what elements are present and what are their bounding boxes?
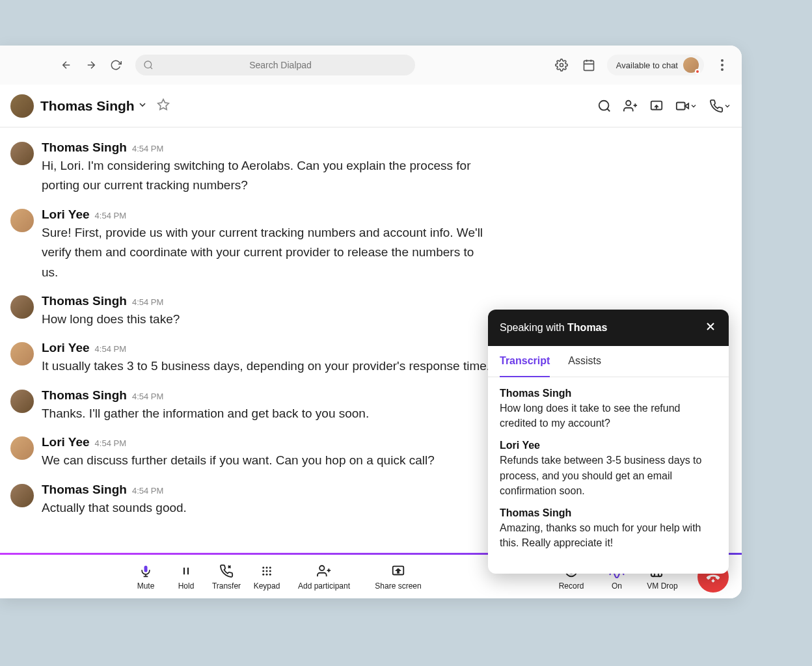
- status-pill[interactable]: Available to chat: [607, 55, 704, 75]
- ai-panel: Speaking with Thomas Transcript Assists …: [488, 310, 729, 574]
- conversation-header: Thomas Singh: [0, 85, 742, 127]
- video-call-button[interactable]: [675, 99, 697, 113]
- status-dot-icon: [695, 69, 700, 74]
- message-row: Thomas Singh4:54 PMHow long does this ta…: [10, 294, 492, 329]
- message-avatar[interactable]: [10, 142, 34, 165]
- record-label: Record: [559, 581, 584, 591]
- ai-header-text: Speaking with Thomas: [500, 322, 607, 334]
- transcript-entry: Thomas SinghAmazing, thanks so much for …: [500, 507, 717, 550]
- share-screen-button[interactable]: Share screen: [366, 563, 431, 591]
- chevron-down-icon: [137, 100, 148, 110]
- svg-point-17: [319, 565, 324, 570]
- chevron-down-icon: [724, 102, 731, 110]
- message-row: Thomas Singh4:54 PMThanks. I'll gather t…: [10, 388, 492, 423]
- message-time: 4:54 PM: [95, 438, 126, 448]
- refresh-button[interactable]: [107, 56, 125, 74]
- message-author: Thomas Singh: [42, 388, 127, 403]
- status-text: Available to chat: [616, 60, 678, 70]
- phone-icon: [709, 99, 724, 113]
- message-time: 4:54 PM: [132, 144, 163, 153]
- transcript-text: Refunds take between 3-5 business days t…: [500, 453, 717, 498]
- ai-close-button[interactable]: [704, 320, 717, 336]
- nav-back-button[interactable]: [57, 56, 75, 74]
- message-text: Thanks. I'll gather the information and …: [42, 404, 492, 423]
- message-avatar[interactable]: [10, 209, 34, 232]
- message-avatar[interactable]: [10, 484, 34, 507]
- message-author: Thomas Singh: [42, 140, 127, 155]
- refresh-icon: [110, 59, 122, 71]
- arrow-right-icon: [85, 59, 97, 71]
- svg-point-1: [560, 64, 563, 67]
- calendar-button[interactable]: [580, 56, 598, 74]
- transcript-text: Amazing, thanks so much for your help wi…: [500, 520, 717, 550]
- mute-label: Mute: [137, 581, 155, 591]
- more-menu-button[interactable]: [713, 56, 731, 74]
- transfer-icon: [219, 564, 234, 578]
- transcript-speaker: Thomas Singh: [500, 388, 717, 399]
- mute-button[interactable]: Mute: [130, 563, 161, 591]
- transcript-entry: Thomas SinghHow long does it take to see…: [500, 388, 717, 431]
- transfer-button[interactable]: Transfer: [211, 563, 242, 591]
- share-button[interactable]: [649, 99, 664, 113]
- svg-point-15: [266, 573, 268, 575]
- search-icon: [597, 99, 612, 113]
- phone-call-button[interactable]: [709, 99, 731, 113]
- microphone-icon: [139, 564, 152, 578]
- message-text: It usually takes 3 to 5 business days, d…: [42, 356, 492, 376]
- add-people-button[interactable]: [623, 99, 638, 113]
- tab-transcript[interactable]: Transcript: [500, 346, 550, 377]
- pause-icon: [180, 565, 192, 577]
- message-text: Sure! First, provide us with your curren…: [42, 223, 492, 282]
- svg-point-9: [266, 566, 268, 568]
- ai-label: On: [612, 581, 622, 591]
- transcript-speaker: Thomas Singh: [500, 507, 717, 519]
- transfer-label: Transfer: [212, 581, 241, 591]
- message-avatar[interactable]: [10, 295, 34, 319]
- add-participant-label: Add participant: [298, 581, 350, 591]
- transcript-entry: Lori YeeRefunds take between 3-5 busines…: [500, 440, 717, 498]
- chevron-down-icon: [690, 102, 697, 110]
- conversation-title[interactable]: Thomas Singh: [40, 98, 135, 114]
- contact-avatar[interactable]: [10, 94, 34, 118]
- message-row: Thomas Singh4:54 PMHi, Lori. I'm conside…: [10, 140, 492, 196]
- settings-button[interactable]: [552, 56, 571, 74]
- share-screen-label: Share screen: [375, 581, 421, 591]
- message-author: Thomas Singh: [42, 294, 127, 308]
- tab-assists[interactable]: Assists: [568, 346, 601, 377]
- message-avatar[interactable]: [10, 342, 34, 366]
- svg-point-12: [266, 570, 268, 572]
- svg-point-14: [262, 573, 264, 575]
- message-time: 4:54 PM: [132, 297, 163, 307]
- user-avatar[interactable]: [683, 57, 699, 73]
- keypad-button[interactable]: Keypad: [251, 563, 282, 591]
- message-time: 4:54 PM: [95, 211, 126, 220]
- share-screen-icon: [649, 99, 664, 113]
- svg-point-13: [269, 570, 271, 572]
- title-dropdown-button[interactable]: [137, 100, 148, 113]
- calendar-icon: [582, 59, 595, 72]
- message-author: Thomas Singh: [42, 483, 127, 497]
- transcript-speaker: Lori Yee: [500, 440, 717, 451]
- message-avatar[interactable]: [10, 390, 34, 413]
- person-add-icon: [317, 564, 331, 578]
- arrow-left-icon: [61, 59, 72, 71]
- favorite-button[interactable]: [157, 98, 170, 114]
- message-text: Hi, Lori. I'm considering switching to A…: [42, 156, 492, 196]
- search-conversation-button[interactable]: [597, 99, 612, 113]
- search-input[interactable]: [154, 60, 407, 70]
- message-row: Lori Yee4:54 PMSure! First, provide us w…: [10, 207, 492, 282]
- message-author: Lori Yee: [42, 341, 90, 355]
- search-icon: [143, 60, 154, 70]
- ai-panel-header: Speaking with Thomas: [488, 310, 729, 346]
- search-box[interactable]: [135, 55, 415, 75]
- top-bar: Available to chat: [0, 46, 742, 85]
- add-participant-button[interactable]: Add participant: [291, 563, 357, 591]
- svg-point-16: [269, 573, 271, 575]
- message-time: 4:54 PM: [132, 486, 163, 496]
- message-time: 4:54 PM: [132, 392, 163, 401]
- star-icon: [157, 98, 170, 111]
- ai-transcript-content[interactable]: Thomas SinghHow long does it take to see…: [488, 377, 729, 574]
- hold-button[interactable]: Hold: [170, 563, 202, 591]
- nav-forward-button[interactable]: [82, 56, 100, 74]
- message-avatar[interactable]: [10, 436, 34, 460]
